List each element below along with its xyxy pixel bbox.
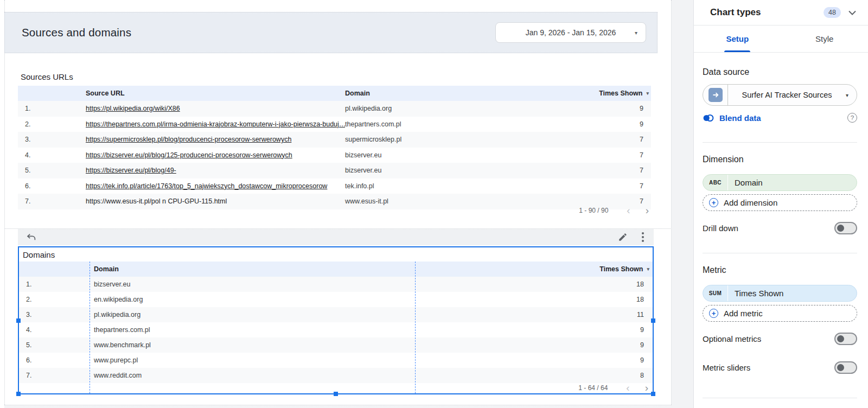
kebab-menu-icon (642, 232, 644, 242)
times-shown-column-header[interactable]: Times Shown ▾ (595, 90, 651, 97)
domain-cell: bizserver.eu (345, 167, 595, 174)
times-shown-cell: 7 (595, 151, 651, 159)
collapse-chart-types-button[interactable] (848, 10, 856, 15)
table-row: 1. bizserver.eu 18 (19, 277, 653, 292)
next-page-icon[interactable]: › (646, 207, 649, 214)
domain-cell: thepartners.com.pl (90, 326, 415, 334)
domains-pagination: 1 - 64 / 64 ‹ › (578, 384, 648, 392)
metric-sliders-label: Metric sliders (703, 363, 750, 372)
add-dimension-button[interactable]: + Add dimension (703, 194, 857, 211)
sources-table-header: Source URL Domain Times Shown ▾ (18, 86, 651, 101)
domains-table: Domain Times Shown ▾ 1. bizserver.eu 18 … (19, 262, 653, 383)
more-options-button[interactable] (642, 232, 644, 242)
plus-circle-icon: + (709, 309, 718, 318)
domain-cell: en.wikipedia.org (90, 296, 415, 303)
domain-cell: supermicrosklep.pl (345, 136, 595, 143)
help-icon[interactable]: ? (847, 113, 857, 123)
resize-handle-bottom-right[interactable] (651, 392, 655, 396)
optional-metrics-toggle[interactable] (834, 333, 857, 345)
section-divider (703, 142, 857, 143)
dimension-chip[interactable]: ABC Domain (703, 174, 857, 191)
properties-panel: Chart types 48 Setup Style Data source S… (693, 0, 868, 408)
next-page-icon[interactable]: › (645, 384, 648, 392)
table-row: 5. https://bizserver.eu/pl/blog/49- bizs… (18, 163, 651, 178)
domain-cell: pl.wikipedia.org (90, 311, 415, 318)
section-divider (703, 253, 857, 253)
tab-style[interactable]: Style (781, 25, 868, 52)
table-row: 2. en.wikipedia.org 18 (19, 292, 653, 307)
source-url-link[interactable]: https://tek.info.pl/article/1763/top_5_n… (86, 182, 345, 190)
source-url-link[interactable]: https://pl.wikipedia.org/wiki/X86 (86, 105, 345, 112)
undo-button[interactable] (27, 233, 36, 241)
data-source-selector[interactable]: Surfer AI Tracker Sources ▾ (703, 84, 857, 106)
optional-metrics-row: Optional metrics (703, 333, 857, 345)
source-url-link[interactable]: https://bizserver.eu/pl/blog/49- (86, 167, 345, 174)
chart-count-badge: 48 (824, 7, 841, 18)
resize-handle-bottom-center[interactable] (334, 392, 338, 396)
table-row: 6. https://tek.info.pl/article/1763/top_… (18, 178, 651, 194)
sources-pagination: 1 - 90 / 90 ‹ › (18, 207, 651, 214)
data-source-heading: Data source (703, 67, 857, 77)
source-url-link[interactable]: https://bizserver.eu/pl/blog/125-produce… (86, 151, 345, 159)
times-shown-cell: 9 (415, 356, 653, 364)
domain-cell: pl.wikipedia.org (345, 105, 595, 112)
pagination-range: 1 - 90 / 90 (579, 207, 608, 214)
drill-down-row: Drill down (703, 222, 857, 234)
domain-column-header[interactable]: Domain (345, 90, 595, 97)
edit-button[interactable] (618, 232, 628, 242)
date-range-value: Jan 9, 2026 - Jan 15, 2026 (526, 28, 616, 37)
blend-data-row: Blend data ? (703, 113, 857, 123)
chevron-down-icon: ▾ (635, 30, 637, 36)
report-title: Sources and domains (22, 26, 131, 39)
row-number: 4. (19, 326, 90, 334)
metric-chip[interactable]: SUM Times Shown (703, 285, 857, 302)
table-row: 7. www.reddit.com 8 (19, 368, 653, 383)
add-metric-button[interactable]: + Add metric (703, 305, 857, 322)
domain-cell: www.reddit.com (90, 372, 415, 379)
domains-chart-title: Domains (19, 247, 653, 262)
source-url-link[interactable]: https://supermicrosklep.pl/blog/producen… (86, 136, 345, 143)
times-shown-cell: 18 (415, 280, 653, 288)
source-url-column-header[interactable]: Source URL (86, 90, 345, 97)
row-number: 2. (19, 296, 90, 303)
resize-handle-left[interactable] (16, 318, 21, 323)
table-row: 6. www.purepc.pl 9 (19, 353, 653, 368)
times-shown-cell: 11 (415, 311, 653, 318)
domain-column-header[interactable]: Domain (90, 265, 415, 273)
resize-handle-right[interactable] (651, 318, 655, 323)
date-range-picker[interactable]: Jan 9, 2026 - Jan 15, 2026 ▾ (495, 22, 646, 43)
domains-table-header: Domain Times Shown ▾ (19, 262, 653, 277)
table-row: 4. https://bizserver.eu/pl/blog/125-prod… (18, 148, 651, 163)
section-divider (703, 398, 857, 398)
domains-chart[interactable]: Domains Domain Times Shown ▾ 1. bizserve… (18, 246, 654, 394)
chevron-down-icon (848, 10, 856, 15)
row-number: 6. (19, 356, 90, 364)
blend-data-link[interactable]: Blend data (719, 113, 761, 123)
field-type-badge-text: ABC (703, 175, 728, 190)
tab-setup[interactable]: Setup (694, 25, 781, 52)
row-number: 7. (19, 372, 90, 379)
source-url-link[interactable]: https://thepartners.com.pl/irma-odmienia… (86, 120, 345, 128)
times-shown-cell: 7 (595, 136, 651, 143)
times-shown-column-header[interactable]: Times Shown ▾ (415, 265, 653, 273)
page-left-guide (4, 0, 5, 408)
domain-cell: bizserver.eu (345, 151, 595, 159)
resize-handle-bottom-left[interactable] (16, 392, 21, 396)
row-number: 5. (19, 341, 90, 349)
times-shown-cell: 9 (595, 105, 651, 112)
row-number: 4. (18, 151, 86, 159)
domain-cell: www.purepc.pl (90, 356, 415, 364)
pagination-range: 1 - 64 / 64 (578, 384, 608, 392)
report-header-section: Sources and domains Jan 9, 2026 - Jan 15… (4, 12, 658, 53)
metric-sliders-toggle[interactable] (834, 361, 857, 374)
metric-heading: Metric (703, 265, 857, 275)
prev-page-icon[interactable]: ‹ (626, 384, 629, 392)
table-row: 3. https://supermicrosklep.pl/blog/produ… (18, 132, 651, 148)
chart-toolbar (18, 229, 654, 245)
metric-field-name: Times Shown (728, 289, 783, 298)
panel-header: Chart types 48 (694, 0, 868, 25)
plus-circle-icon: + (709, 198, 718, 207)
domain-cell: www.esus-it.pl (345, 197, 595, 205)
prev-page-icon[interactable]: ‹ (627, 207, 630, 214)
drill-down-toggle[interactable] (834, 222, 857, 234)
